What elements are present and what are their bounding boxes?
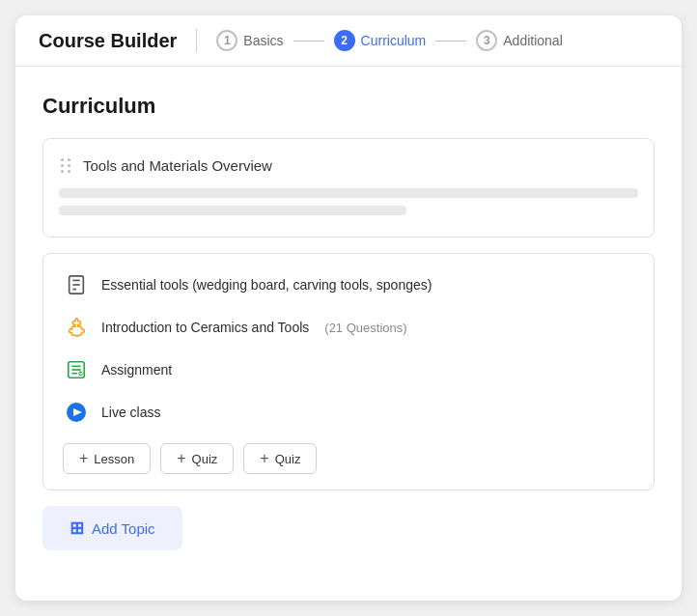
placeholder-line-2 — [59, 206, 406, 215]
step-3-circle: 3 — [476, 30, 497, 51]
add-topic-icon: ⊞ — [70, 518, 84, 539]
step-connector-1 — [293, 41, 324, 42]
add-quiz-button-1[interactable]: + Quiz — [160, 443, 234, 474]
topic-title: Tools and Materials Overview — [83, 157, 272, 174]
step-2-label: Curriculum — [361, 33, 427, 48]
app-container: Course Builder 1 Basics 2 Curriculum — [15, 15, 682, 601]
header-divider — [196, 29, 197, 52]
lesson-text-3: Assignment — [101, 362, 172, 378]
add-lesson-button[interactable]: + Lesson — [63, 443, 151, 474]
steps-nav: 1 Basics 2 Curriculum 3 Additional — [216, 30, 562, 51]
step-1-label: Basics — [243, 33, 283, 48]
step-1-circle: 1 — [216, 30, 237, 51]
list-item: Essential tools (wedging board, carving … — [63, 271, 634, 298]
step-3-label: Additional — [503, 33, 563, 48]
list-item: Live class — [63, 399, 634, 426]
assignment-icon — [63, 356, 90, 383]
drag-handle[interactable] — [59, 156, 73, 175]
add-quiz-button-2[interactable]: + Quiz — [243, 443, 317, 474]
list-item: Introduction to Ceramics and Tools (21 Q… — [63, 314, 634, 341]
step-1[interactable]: 1 Basics — [216, 30, 283, 51]
header: Course Builder 1 Basics 2 Curriculum — [15, 15, 682, 67]
lesson-badge-2: (21 Questions) — [324, 321, 406, 335]
step-connector-2 — [435, 41, 466, 42]
list-item: Assignment — [63, 356, 634, 383]
drag-dots — [61, 158, 71, 173]
puzzle-icon — [63, 314, 90, 341]
lesson-text-2: Introduction to Ceramics and Tools — [101, 320, 309, 335]
lessons-card: Essential tools (wedging board, carving … — [42, 253, 655, 490]
main-content: Curriculum Tools and Materials Overview — [15, 67, 682, 574]
file-icon — [63, 271, 90, 298]
lesson-actions: + Lesson + Quiz + Quiz — [63, 443, 634, 474]
topic-card: Tools and Materials Overview — [42, 138, 655, 238]
placeholder-line-1 — [59, 188, 638, 198]
plus-icon-2: + — [177, 451, 185, 466]
step-2[interactable]: 2 Curriculum — [334, 30, 427, 51]
video-icon — [63, 399, 90, 426]
plus-icon-1: + — [79, 451, 88, 466]
add-topic-label: Add Topic — [92, 520, 155, 537]
topic-header: Tools and Materials Overview — [43, 139, 654, 188]
lesson-text-1: Essential tools (wedging board, carving … — [101, 277, 432, 293]
step-3[interactable]: 3 Additional — [476, 30, 563, 51]
lesson-text-4: Live class — [101, 405, 160, 420]
topic-body — [43, 188, 654, 237]
step-2-circle: 2 — [334, 30, 355, 51]
app-title: Course Builder — [39, 30, 177, 52]
page-title: Curriculum — [42, 94, 655, 119]
add-topic-button[interactable]: ⊞ Add Topic — [42, 506, 182, 550]
plus-icon-3: + — [260, 451, 268, 466]
